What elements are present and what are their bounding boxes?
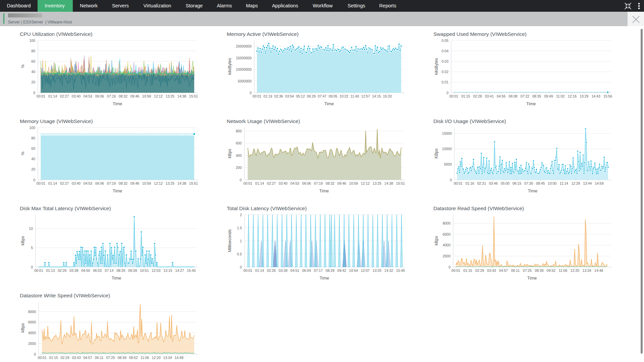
svg-text:06:29: 06:29	[307, 94, 316, 98]
svg-text:07:19: 07:19	[107, 94, 116, 98]
svg-text:13:15: 13:15	[163, 268, 172, 273]
svg-text:400: 400	[236, 154, 242, 158]
svg-text:0.01: 0.01	[442, 80, 449, 84]
svg-text:14:48: 14:48	[594, 268, 603, 273]
svg-text:01:13: 01:13	[46, 268, 55, 273]
svg-text:05:12: 05:12	[296, 94, 305, 98]
svg-text:15:51: 15:51	[189, 94, 198, 98]
svg-text:02:27: 02:27	[60, 181, 69, 185]
svg-text:00:01: 00:01	[244, 268, 252, 273]
svg-text:09:52: 09:52	[129, 356, 138, 360]
svg-text:60: 60	[31, 146, 35, 150]
svg-text:Disk Max Total Latency (VIWebS: Disk Max Total Latency (VIWebService)	[20, 205, 111, 211]
svg-text:05:00: 05:00	[501, 181, 509, 185]
svg-text:09:05: 09:05	[329, 94, 337, 98]
svg-text:09:46: 09:46	[130, 181, 139, 185]
svg-text:6000: 6000	[443, 232, 451, 236]
svg-text:02:29: 02:29	[475, 268, 484, 273]
svg-text:08:32: 08:32	[119, 181, 127, 185]
svg-text:13:34: 13:34	[163, 356, 172, 360]
svg-text:kiloBytes: kiloBytes	[227, 58, 232, 75]
svg-text:06:11: 06:11	[95, 356, 104, 360]
svg-text:09:46: 09:46	[337, 181, 346, 185]
svg-text:0: 0	[240, 178, 242, 182]
svg-text:KBps: KBps	[434, 148, 439, 159]
svg-text:10000000: 10000000	[236, 67, 252, 71]
svg-text:13:25: 13:25	[166, 181, 174, 185]
svg-text:8000: 8000	[28, 310, 36, 314]
svg-text:00:01: 00:01	[244, 181, 252, 185]
svg-text:0: 0	[240, 265, 242, 269]
svg-text:06:08: 06:08	[508, 94, 517, 98]
svg-text:01:14: 01:14	[48, 94, 57, 98]
svg-text:03:43: 03:43	[72, 356, 80, 360]
svg-text:2: 2	[240, 213, 242, 217]
svg-text:06:06: 06:06	[302, 181, 311, 185]
svg-text:Datastore Read Speed (VIWebSer: Datastore Read Speed (VIWebService)	[433, 205, 524, 211]
svg-text:Time: Time	[527, 276, 537, 281]
svg-text:03:40: 03:40	[72, 181, 80, 185]
svg-text:60: 60	[31, 59, 35, 63]
svg-text:01:14: 01:14	[48, 181, 57, 185]
svg-text:14:38: 14:38	[177, 94, 186, 98]
svg-text:08:35: 08:35	[532, 94, 541, 98]
svg-text:04:53: 04:53	[290, 181, 299, 185]
svg-text:kBps: kBps	[434, 236, 439, 245]
svg-text:Time: Time	[320, 276, 329, 281]
svg-text:14:38: 14:38	[384, 181, 393, 185]
svg-text:Time: Time	[113, 101, 122, 106]
svg-text:40: 40	[31, 157, 35, 161]
svg-text:12:29: 12:29	[571, 181, 580, 185]
svg-text:Time: Time	[113, 188, 122, 193]
svg-text:08:32: 08:32	[119, 94, 127, 98]
svg-text:01:14: 01:14	[255, 181, 264, 185]
svg-text:14:32: 14:32	[384, 268, 393, 273]
svg-text:00:01: 00:01	[253, 94, 261, 98]
svg-text:15:40: 15:40	[187, 268, 196, 273]
svg-text:Time: Time	[528, 188, 537, 193]
svg-text:1: 1	[240, 239, 242, 243]
svg-text:0: 0	[34, 352, 36, 356]
svg-text:01:16: 01:16	[466, 181, 474, 185]
svg-text:kBps: kBps	[227, 149, 232, 158]
svg-text:kBps: kBps	[20, 236, 25, 245]
svg-text:04:53: 04:53	[84, 94, 92, 98]
svg-text:02:28: 02:28	[473, 94, 482, 98]
svg-text:10:22: 10:22	[339, 94, 348, 98]
svg-text:07:14: 07:14	[105, 268, 113, 273]
svg-text:01:15: 01:15	[463, 268, 472, 273]
svg-text:07:17: 07:17	[314, 268, 323, 273]
svg-text:10:51: 10:51	[140, 268, 149, 273]
svg-text:12:12: 12:12	[154, 94, 163, 98]
svg-text:200: 200	[236, 166, 242, 170]
svg-text:0.5: 0.5	[237, 252, 242, 256]
svg-text:00:01: 00:01	[37, 94, 45, 98]
svg-text:15:33: 15:33	[383, 94, 392, 98]
svg-text:0: 0	[250, 91, 252, 95]
svg-text:13:25: 13:25	[166, 94, 174, 98]
svg-text:03:46: 03:46	[489, 181, 498, 185]
svg-text:08:39: 08:39	[117, 356, 126, 360]
svg-text:13:20: 13:20	[373, 268, 381, 273]
svg-text:0: 0	[33, 178, 35, 182]
svg-text:08:39: 08:39	[535, 268, 543, 273]
svg-text:kBps: kBps	[20, 323, 25, 333]
svg-text:11:06: 11:06	[559, 268, 568, 273]
svg-text:03:38: 03:38	[69, 268, 78, 273]
svg-text:Milliseconds: Milliseconds	[227, 229, 232, 252]
svg-text:02:36: 02:36	[274, 94, 283, 98]
svg-text:07:19: 07:19	[314, 181, 323, 185]
svg-text:80: 80	[31, 49, 35, 53]
svg-text:11:14: 11:14	[559, 181, 568, 185]
svg-text:CPU Utilization (VIWebService): CPU Utilization (VIWebService)	[20, 31, 93, 37]
svg-text:07:19: 07:19	[107, 181, 116, 185]
svg-text:10:00: 10:00	[548, 181, 556, 185]
svg-text:04:55: 04:55	[497, 94, 505, 98]
svg-text:06:02: 06:02	[93, 268, 102, 273]
svg-text:08:32: 08:32	[326, 181, 334, 185]
svg-text:00:01: 00:01	[34, 268, 43, 273]
svg-text:09:39: 09:39	[128, 268, 137, 273]
svg-text:4000: 4000	[443, 243, 451, 247]
svg-text:00:01: 00:01	[454, 181, 463, 185]
svg-text:07:25: 07:25	[106, 356, 115, 360]
